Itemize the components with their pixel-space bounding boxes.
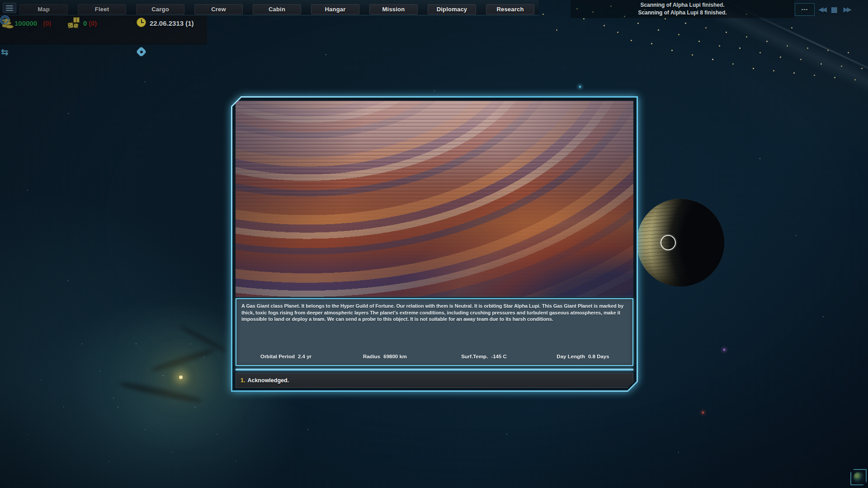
dust-lane xyxy=(118,380,203,404)
goods-value: 0 xyxy=(83,19,87,27)
minimap-button[interactable] xyxy=(850,469,867,485)
globe-icon xyxy=(854,472,863,482)
pause-stop-icon[interactable]: ■ xyxy=(830,3,840,16)
date-clock-icon xyxy=(137,18,146,27)
tab-hangar[interactable]: Hangar xyxy=(311,4,359,14)
cyan-star-dot xyxy=(579,86,581,88)
stat-day-length: Day Length 0.8 Days xyxy=(533,354,632,359)
tab-cabin[interactable]: Cabin xyxy=(253,4,301,14)
notification-message[interactable]: Scanning of Alpha Lupi 8 finished. xyxy=(638,9,726,16)
tab-research[interactable]: Research xyxy=(486,4,534,14)
gas-giant-artwork xyxy=(236,101,633,297)
red-star-dot xyxy=(702,412,704,413)
dust-lane xyxy=(179,324,229,353)
top-nav-bar: Map Fleet Cargo Crew Cabin Hangar Missio… xyxy=(0,0,539,15)
dialog-option-acknowledged[interactable]: 1. Acknowledged. xyxy=(236,373,633,388)
resource-panel: 100000 (0) 0 (0) 22.06.2313 (1) ⇆ xyxy=(0,15,207,44)
credits-value: 100000 xyxy=(14,19,37,27)
fast-forward-icon[interactable]: ▶▶ xyxy=(843,3,852,16)
option-number: 1. xyxy=(241,377,245,384)
credits-delta: (0) xyxy=(43,19,51,27)
tab-mission[interactable]: Mission xyxy=(369,4,418,14)
tab-cargo[interactable]: Cargo xyxy=(136,4,184,14)
tab-crew[interactable]: Crew xyxy=(194,4,243,14)
dialog-body: A Gas Giant class Planet. It belongs to … xyxy=(232,98,637,390)
game-date: 22.06.2313 (1) xyxy=(150,19,194,27)
dialog-divider xyxy=(236,369,633,371)
planet-description: A Gas Giant class Planet. It belongs to … xyxy=(236,299,632,326)
bright-star xyxy=(179,375,183,379)
planet-info-panel: A Gas Giant class Planet. It belongs to … xyxy=(236,298,633,366)
trade-routes-icon[interactable]: ⇆ xyxy=(1,47,9,57)
game-screen: Map Fleet Cargo Crew Cabin Hangar Missio… xyxy=(0,0,868,488)
stat-orbital-period: Orbital Period 2.4 yr xyxy=(236,354,335,359)
stat-surface-temp: Surf.Temp. -145 C xyxy=(434,354,533,359)
selection-reticle xyxy=(660,235,676,250)
option-label: Acknowledged. xyxy=(247,377,289,384)
notification-panel: Scanning of Alpha Lupi finished. Scannin… xyxy=(571,0,794,18)
tab-map[interactable]: Map xyxy=(19,4,68,14)
planet-stats-row: Orbital Period 2.4 yr Radius 69800 km Su… xyxy=(236,354,632,359)
stat-radius: Radius 69800 km xyxy=(335,354,434,359)
gas-giant-planet[interactable] xyxy=(637,199,724,286)
purple-star-dot xyxy=(723,349,725,351)
hamburger-icon xyxy=(6,5,13,6)
goods-delta: (0) xyxy=(89,19,97,27)
waypoint-icon[interactable] xyxy=(137,47,146,56)
dust-lane xyxy=(150,347,217,374)
game-speed-indicator[interactable]: --- xyxy=(795,3,815,16)
rewind-icon[interactable]: ◀◀ xyxy=(818,3,827,16)
time-controls: --- ◀◀ ■ ▶▶ xyxy=(795,3,852,16)
goods-icon xyxy=(68,17,81,29)
menu-button[interactable] xyxy=(3,3,16,13)
tab-fleet[interactable]: Fleet xyxy=(78,4,126,14)
tab-diplomacy[interactable]: Diplomacy xyxy=(428,4,476,14)
notification-message[interactable]: Scanning of Alpha Lupi finished. xyxy=(640,2,724,9)
planet-event-dialog: A Gas Giant class Planet. It belongs to … xyxy=(231,96,638,392)
scanline-overlay xyxy=(236,101,633,297)
